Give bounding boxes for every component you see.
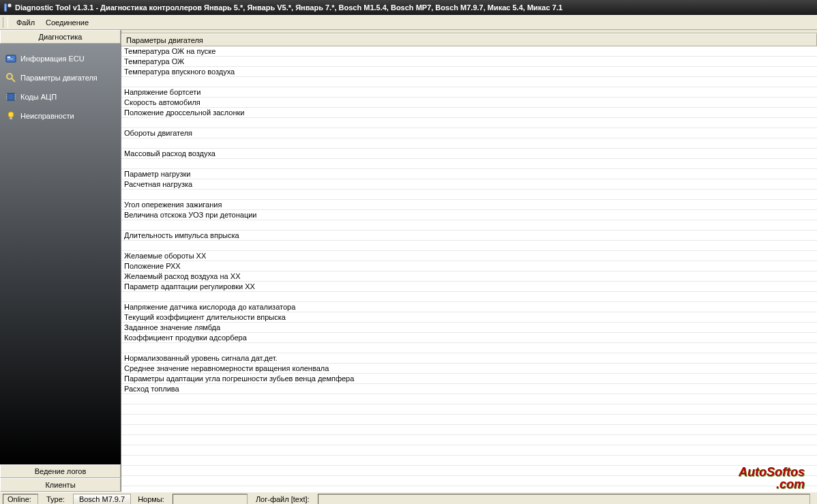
status-online: Online: (3, 494, 38, 505)
table-row[interactable]: Угол опережения зажигания (121, 200, 817, 210)
sidebar-item-label: Параметры двигателя (20, 74, 98, 82)
table-row[interactable] (121, 292, 817, 302)
svg-rect-0 (4, 3, 7, 12)
app-icon (3, 3, 12, 12)
toolbar-grip (3, 17, 8, 28)
search-icon (5, 72, 16, 83)
table-row[interactable]: Массовый расход воздуха (121, 149, 817, 159)
grid-body[interactable]: Температура ОЖ на пускеТемпература ОЖТем… (121, 46, 817, 492)
svg-point-1 (8, 3, 12, 8)
table-row[interactable]: Текущий коэффициент длительности впрыска (121, 312, 817, 323)
svg-rect-7 (8, 93, 14, 100)
title-text: Diagnostic Tool v1.3.1 - Диагностика кон… (15, 3, 563, 12)
table-row[interactable] (121, 190, 817, 200)
sidebar-item-ecu-info[interactable]: Информация ECU (1, 49, 119, 68)
svg-rect-15 (10, 117, 12, 119)
menubar: Файл Соединение (0, 15, 817, 30)
status-log-value (318, 494, 810, 505)
table-row[interactable] (121, 476, 817, 486)
table-row[interactable]: Заданное значение лямбда (121, 323, 817, 333)
main-panel: Параметры двигателя Температура ОЖ на пу… (121, 30, 817, 492)
table-row[interactable] (121, 159, 817, 169)
menu-file[interactable]: Файл (11, 17, 40, 28)
grid-column-header[interactable]: Параметры двигателя (121, 33, 817, 46)
table-row[interactable]: Длительность импульса впрыска (121, 231, 817, 241)
table-row[interactable] (121, 456, 817, 466)
table-row[interactable]: Желаемый расход воздуха на ХХ (121, 271, 817, 282)
table-row[interactable]: Расход топлива (121, 384, 817, 394)
sidebar-header-diagnostics[interactable]: Диагностика (0, 30, 121, 44)
table-row[interactable]: Параметр адаптации регулировки ХХ (121, 282, 817, 292)
workspace: Диагностика Информация ECU Параметры дви… (0, 30, 817, 492)
table-row[interactable]: Скорость автомобиля (121, 98, 817, 108)
table-row[interactable]: Параметр нагрузки (121, 169, 817, 179)
table-row[interactable]: Обороты двигателя (121, 128, 817, 138)
sidebar-body: Информация ECU Параметры двигателя Коды … (0, 44, 121, 464)
table-row[interactable] (121, 486, 817, 492)
table-row[interactable] (121, 435, 817, 445)
sidebar-item-adc-codes[interactable]: Коды АЦП (1, 87, 119, 106)
table-row[interactable] (121, 466, 817, 476)
table-row[interactable] (121, 425, 817, 435)
statusbar: Online: Type: Bosch M7.9.7 Нормы: Лог-фа… (0, 492, 817, 504)
svg-rect-4 (8, 59, 13, 59)
titlebar: Diagnostic Tool v1.3.1 - Диагностика кон… (0, 0, 817, 15)
status-log-label: Лог-файл [text]: (252, 494, 314, 505)
svg-rect-3 (8, 57, 10, 58)
table-row[interactable]: Температура ОЖ на пуске (121, 46, 817, 57)
table-row[interactable]: Расчетная нагрузка (121, 179, 817, 190)
table-row[interactable] (121, 404, 817, 415)
sidebar-item-label: Коды АЦП (20, 93, 57, 101)
menu-connection[interactable]: Соединение (40, 17, 94, 28)
table-row[interactable]: Желаемые обороты ХХ (121, 251, 817, 261)
table-row[interactable]: Положение дроссельной заслонки (121, 108, 817, 118)
table-row[interactable] (121, 343, 817, 353)
table-row[interactable] (121, 138, 817, 149)
table-row[interactable]: Положение РХХ (121, 261, 817, 271)
table-row[interactable] (121, 77, 817, 87)
sidebar-header-logs[interactable]: Ведение логов (0, 464, 121, 478)
table-row[interactable]: Величина отскока УОЗ при детонации (121, 210, 817, 220)
status-norms-value (173, 494, 248, 505)
table-row[interactable]: Параметры адаптации угла погрешности зуб… (121, 374, 817, 384)
table-row[interactable]: Среднее значение неравномерности вращени… (121, 364, 817, 374)
sidebar: Диагностика Информация ECU Параметры дви… (0, 30, 121, 492)
info-icon (5, 53, 16, 64)
svg-line-6 (12, 78, 15, 82)
svg-point-5 (7, 74, 12, 79)
table-row[interactable] (121, 394, 817, 404)
bulb-icon (5, 110, 16, 121)
table-row[interactable] (121, 118, 817, 128)
table-row[interactable] (121, 445, 817, 456)
table-row[interactable]: Нормализованный уровень сигнала дат.дет. (121, 353, 817, 364)
status-norms-label: Нормы: (134, 494, 168, 505)
table-row[interactable] (121, 241, 817, 251)
sidebar-item-label: Информация ECU (20, 55, 85, 63)
sidebar-item-engine-params[interactable]: Параметры двигателя (1, 68, 119, 87)
status-type-label: Type: (42, 494, 69, 505)
sidebar-item-faults[interactable]: Неисправности (1, 106, 119, 125)
chip-icon (5, 91, 16, 102)
svg-point-14 (8, 112, 14, 117)
table-row[interactable]: Напряжение датчика кислорода до катализа… (121, 302, 817, 312)
grid-header-row: Параметры двигателя (121, 33, 817, 46)
table-row[interactable] (121, 220, 817, 231)
table-row[interactable] (121, 415, 817, 425)
table-row[interactable]: Температура ОЖ (121, 57, 817, 67)
table-row[interactable]: Коэффициент продувки адсорбера (121, 333, 817, 343)
sidebar-item-label: Неисправности (20, 112, 74, 120)
table-row[interactable]: Температура впускного воздуха (121, 67, 817, 77)
sidebar-header-clients[interactable]: Клиенты (0, 478, 121, 492)
status-type-button[interactable]: Bosch M7.9.7 (73, 494, 131, 505)
table-row[interactable]: Напряжение бортсети (121, 87, 817, 98)
